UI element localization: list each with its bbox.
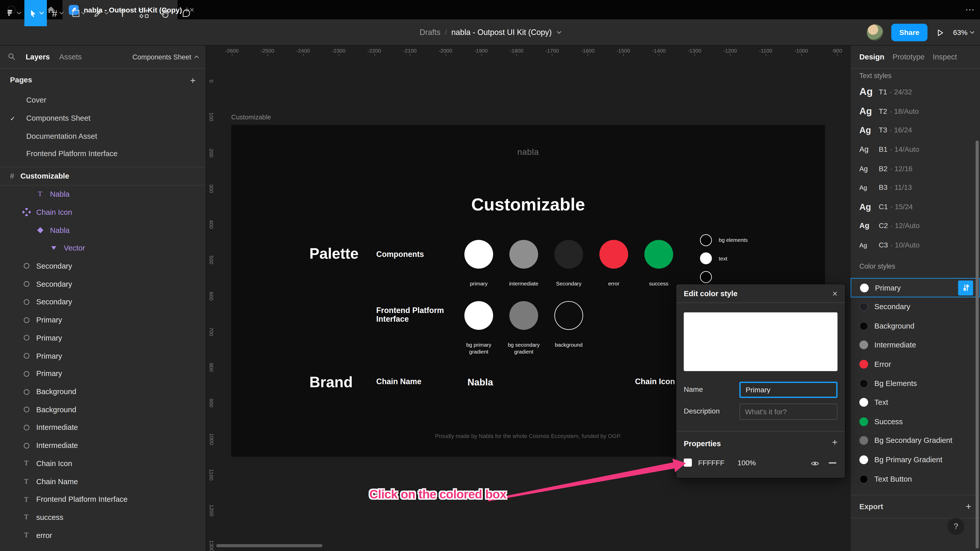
inspector-tab[interactable]: Prototype [892,52,924,61]
main-menu-button[interactable] [1,0,24,26]
breadcrumb-root[interactable]: Drafts [420,28,441,37]
present-icon[interactable] [935,28,945,37]
color-swatch[interactable]: success [644,240,673,268]
move-tool-button[interactable] [24,0,47,26]
add-page-button[interactable]: + [190,75,196,86]
description-input[interactable] [739,403,837,420]
mini-swatch[interactable]: text [700,252,748,265]
color-swatch[interactable]: Secondary [554,240,583,268]
palette-title[interactable]: Palette [309,245,359,262]
layer-row[interactable]: T Chain Name [0,472,206,490]
layer-row[interactable]: T Primary [0,365,206,383]
layer-row[interactable]: T Primary [0,347,206,365]
color-swatch[interactable]: bg secondary gradient [509,301,538,330]
hand-tool-button[interactable] [154,0,176,26]
horizontal-scrollbar[interactable] [216,544,322,547]
color-style-row[interactable]: Error [851,354,980,374]
layer-row[interactable]: T Chain Icon [0,454,206,472]
tab-layers[interactable]: Layers [25,52,50,61]
layer-frame-row[interactable]: # Customizable [0,167,206,186]
layer-row[interactable]: T Primary [0,311,206,329]
layer-row[interactable]: T Frontend Platform Interface [0,490,206,508]
palette-caption[interactable]: Components [376,251,424,259]
layer-row[interactable]: T Intermediate [0,437,206,454]
color-style-row[interactable]: Primary [851,278,980,297]
help-button[interactable]: ? [948,518,964,535]
property-color-box[interactable] [684,459,692,467]
mini-swatch[interactable] [700,270,748,283]
brand-title[interactable]: Brand [309,373,353,391]
frame-heading[interactable]: Customizable [231,195,825,215]
avatar[interactable] [867,24,883,41]
nabla-logo[interactable]: nabla [231,148,825,157]
text-style-row[interactable]: Ag T1 · 24/32 [851,83,980,102]
vertical-scrollbar[interactable] [976,141,979,548]
brand-caption[interactable]: Chain Name [376,378,422,387]
color-swatch[interactable]: error [600,240,628,268]
layer-row[interactable]: T Chain Icon [0,203,206,221]
layer-row[interactable]: T Intermediate [0,419,206,437]
inspector-tab[interactable]: Design [859,52,884,61]
text-style-row[interactable]: Ag T3 · 16/24 [851,121,980,140]
breadcrumb-title[interactable]: nabla - Outpost UI Kit (Copy) [452,28,552,37]
inspector-tab[interactable]: Inspect [933,52,957,61]
text-style-row[interactable]: Ag C2 · 12/Auto [851,216,980,235]
color-style-row[interactable]: Bg Elements [851,374,980,393]
frame-tool-button[interactable]: # [47,0,68,26]
chevron-down-icon[interactable] [557,29,561,34]
layer-row[interactable]: T Vector [0,239,206,257]
layer-row[interactable]: T Background [0,401,206,419]
text-style-row[interactable]: Ag C3 · 10/Auto [851,235,980,254]
pen-tool-button[interactable] [89,0,112,26]
text-style-row[interactable]: Ag C1 · 15/24 [851,197,980,216]
add-property-button[interactable]: + [832,437,837,448]
shape-tool-button[interactable] [68,0,89,26]
layer-row[interactable]: T Secondary [0,257,206,275]
color-style-row[interactable]: Intermediate [851,335,980,354]
text-style-row[interactable]: Ag B3 · 11/13 [851,178,980,197]
color-style-row[interactable]: Bg Secondary Gradient [851,431,980,450]
page-item[interactable]: Documentation Asset [0,127,206,145]
zoom-control[interactable]: 63% [953,29,974,36]
name-input[interactable] [739,382,837,398]
comment-tool-button[interactable] [176,0,197,26]
layer-row[interactable]: T Secondary [0,293,206,311]
layer-row[interactable]: T error [0,526,206,544]
tab-assets[interactable]: Assets [59,52,82,61]
text-style-row[interactable]: Ag B1 · 14/Auto [851,140,980,159]
text-tool-button[interactable]: T [112,0,133,26]
color-style-row[interactable]: Text [851,393,980,412]
page-item[interactable]: Frontend Platform Interface [0,145,206,163]
color-style-row[interactable]: Background [851,316,980,335]
visibility-toggle[interactable] [810,459,820,468]
text-style-row[interactable]: Ag B2 · 12/16 [851,159,980,178]
chain-name-value[interactable]: Nabla [468,377,493,387]
more-menu-icon[interactable]: ··· [966,0,975,19]
layer-row[interactable]: T Nabla [0,186,206,203]
property-hex-value[interactable]: FFFFFF [698,459,724,467]
color-style-row[interactable]: Text Button [851,469,980,489]
layer-row[interactable]: T success [0,508,206,526]
share-button[interactable]: Share [891,24,928,41]
page-item[interactable]: Cover [0,91,206,109]
color-swatch[interactable]: primary [465,240,493,268]
property-opacity-value[interactable]: 100% [738,459,756,467]
close-icon[interactable]: × [832,289,838,298]
assets-tool-button[interactable] [133,0,154,26]
layer-row[interactable]: T Primary [0,329,206,347]
chain-icon-caption[interactable]: Chain Icon [635,378,675,387]
color-swatch[interactable]: intermediate [509,240,538,268]
color-swatch[interactable]: bg primary gradient [465,301,493,330]
remove-property-button[interactable] [829,462,836,463]
color-style-row[interactable]: Bg Primary Gradient [851,450,980,469]
adjust-style-button[interactable] [958,280,973,295]
page-selector[interactable]: Components Sheet [132,53,198,60]
fpi-caption[interactable]: Frontend Platform Interface [376,306,444,324]
color-style-row[interactable]: Success [851,412,980,431]
color-preview[interactable] [684,312,837,371]
page-item[interactable]: ✓ Components Sheet [0,109,206,127]
layer-row[interactable]: T Secondary [0,275,206,293]
color-style-row[interactable]: Secondary [851,297,980,317]
layer-row[interactable]: T Nabla [0,221,206,239]
frame-title-label[interactable]: Customizable [231,113,271,121]
